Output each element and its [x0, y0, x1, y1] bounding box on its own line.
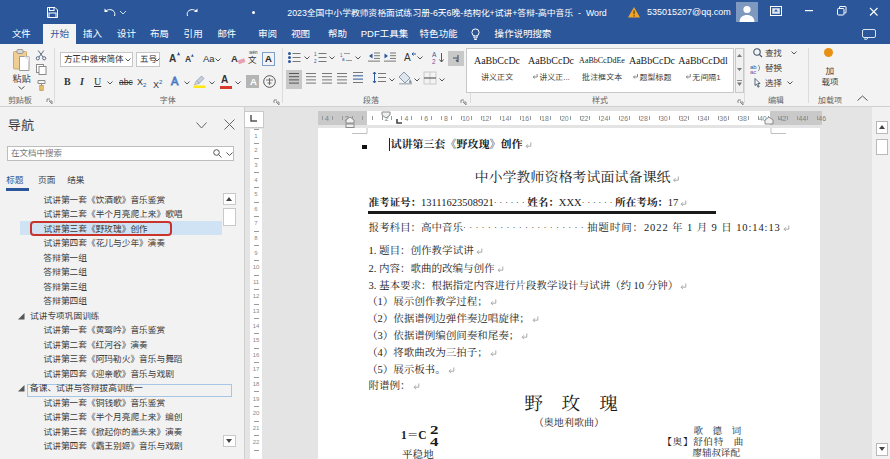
svg-text:A: A — [432, 51, 437, 58]
svg-text:2: 2 — [432, 58, 436, 64]
svg-text:2: 2 — [314, 59, 317, 63]
svg-text:1: 1 — [314, 52, 317, 57]
svg-text:A: A — [404, 52, 411, 63]
svg-text:a: a — [342, 57, 345, 62]
svg-text:ac: ac — [750, 69, 756, 74]
